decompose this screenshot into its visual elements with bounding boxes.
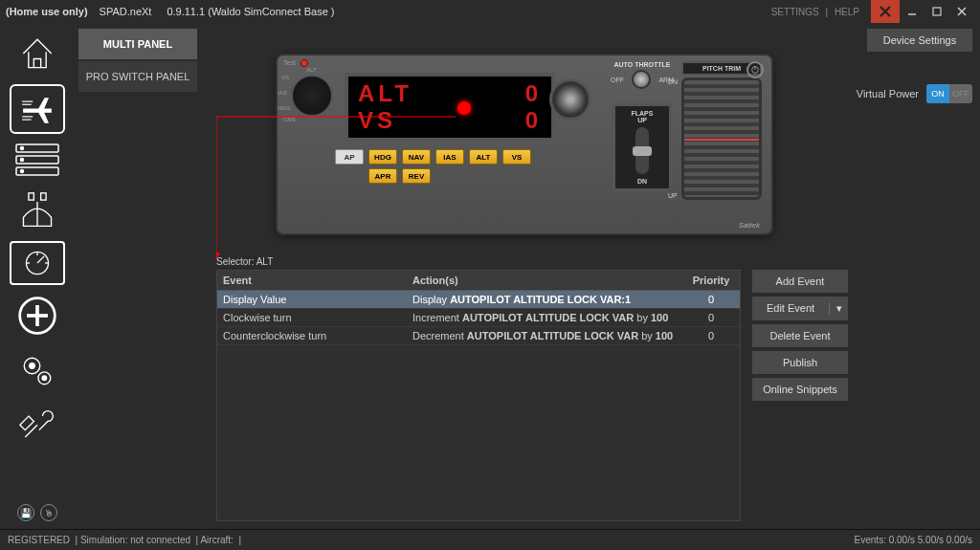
panel-tabs: MULTI PANEL PRO SWITCH PANEL: [78, 29, 197, 92]
svg-rect-13: [29, 193, 33, 200]
lcd-r1-right: 0: [525, 80, 542, 107]
publish-button[interactable]: Publish: [752, 351, 848, 374]
lcd-r2-right: 0: [525, 107, 542, 134]
registered-label: REGISTERED: [8, 535, 70, 545]
table-row[interactable]: Clockwise turnIncrement AUTOPILOT ALTITU…: [217, 309, 740, 327]
col-event[interactable]: Event: [217, 271, 407, 290]
add-event-button[interactable]: Add Event: [752, 270, 848, 293]
sel-hdg: HDG: [278, 105, 290, 111]
mouse-icon[interactable]: 🖱: [40, 504, 57, 521]
rev-button[interactable]: REV: [402, 168, 431, 184]
help-link[interactable]: HELP: [835, 7, 859, 17]
pitch-trim: PITCH TRIM DN UP: [681, 61, 762, 203]
sel-alt: ALT: [306, 67, 317, 73]
auto-throttle-switch[interactable]: [632, 70, 651, 89]
button-row-2: APR REV: [368, 168, 431, 184]
cockpit-icon[interactable]: [10, 186, 65, 235]
chevron-down-icon[interactable]: ▾: [829, 302, 848, 315]
apr-button[interactable]: APR: [368, 168, 397, 184]
svg-point-24: [30, 363, 35, 369]
cell-event: Clockwise turn: [217, 309, 407, 326]
sel-ias: IAS: [278, 90, 287, 96]
flaps-label: FLAPS: [632, 110, 654, 117]
ias-button[interactable]: IAS: [435, 149, 464, 165]
flaps-dn-label: DN: [637, 178, 647, 185]
maximize-button[interactable]: [924, 0, 949, 23]
cell-action: Decrement AUTOPILOT ALTITUDE LOCK VAR by…: [407, 327, 682, 344]
cell-event: Display Value: [217, 291, 407, 308]
cell-action: Display AUTOPILOT ALTITUDE LOCK VAR:1: [407, 291, 682, 308]
grid-header: Event Action(s) Priority: [217, 271, 740, 291]
online-snippets-button[interactable]: Online Snippets: [752, 378, 848, 401]
value-knob[interactable]: [549, 78, 591, 121]
hdg-button[interactable]: HDG: [368, 149, 397, 165]
pitch-trim-wheel[interactable]: [681, 77, 762, 200]
virtual-power-toggle[interactable]: ON OFF: [926, 84, 972, 103]
table-row[interactable]: Display ValueDisplay AUTOPILOT ALTITUDE …: [217, 291, 740, 309]
svg-rect-1: [933, 8, 941, 15]
cell-action: Increment AUTOPILOT ALTITUDE LOCK VAR by…: [407, 309, 682, 326]
left-sidebar: 💾 🖱: [0, 23, 75, 527]
cell-priority: 0: [682, 327, 740, 344]
virtual-power-label: Virtual Power: [857, 88, 919, 99]
version-profile: 0.9.11.1 (Waldo SimConnect Base ): [167, 6, 334, 17]
save-icon[interactable]: 💾: [17, 504, 34, 521]
events-grid: Event Action(s) Priority Display ValueDi…: [216, 270, 741, 521]
col-action[interactable]: Action(s): [407, 271, 682, 290]
flaps-switch[interactable]: FLAPS UP DN: [612, 103, 672, 191]
vs-button[interactable]: VS: [502, 149, 531, 165]
gauge-icon[interactable]: [10, 241, 65, 285]
svg-point-9: [21, 147, 24, 150]
lcd-display[interactable]: ALT0 VS0: [345, 73, 555, 142]
at-off-label: OFF: [611, 77, 624, 83]
edit-event-button[interactable]: Edit Event ▾: [752, 297, 848, 320]
svg-point-26: [42, 376, 47, 381]
home-icon[interactable]: [10, 29, 65, 78]
add-device-icon[interactable]: [10, 291, 65, 341]
pitch-dn-label: DN: [668, 78, 678, 85]
delete-event-button[interactable]: Delete Event: [752, 324, 848, 347]
nav-button[interactable]: NAV: [402, 149, 431, 165]
close-button[interactable]: [949, 0, 974, 23]
cell-priority: 0: [682, 291, 740, 308]
flaps-up-label: UP: [637, 117, 647, 123]
minimize-button[interactable]: [900, 0, 924, 23]
tab-pro-switch-panel[interactable]: PRO SWITCH PANEL: [78, 61, 197, 92]
settings-gears-icon[interactable]: [10, 346, 65, 396]
sel-crs: CRS: [283, 117, 296, 122]
settings-link[interactable]: SETTINGS: [771, 7, 819, 17]
mode-selector-knob[interactable]: ALT VS IAS HDG CRS: [291, 75, 333, 117]
button-row-1: AP HDG NAV IAS ALT VS: [335, 149, 531, 165]
tools-icon[interactable]: [10, 402, 65, 451]
selector-label: Selector: ALT: [216, 256, 273, 267]
status-led-icon: [301, 59, 308, 67]
aircraft-status: | Aircraft:: [196, 535, 234, 545]
power-icon[interactable]: [746, 61, 764, 78]
alt-button[interactable]: ALT: [469, 149, 498, 165]
event-actions: Add Event Edit Event ▾ Delete Event Publ…: [752, 270, 848, 401]
aircraft-icon[interactable]: [10, 84, 65, 134]
cell-event: Counterclockwise turn: [217, 327, 407, 344]
ap-button[interactable]: AP: [335, 149, 364, 165]
edit-event-label: Edit Event: [752, 302, 829, 315]
svg-line-16: [37, 256, 44, 263]
app-close-icon[interactable]: [871, 0, 900, 23]
device-settings-button[interactable]: Device Settings: [867, 29, 972, 52]
vp-off: OFF: [949, 84, 972, 103]
title-bar: (Home use only) SPAD.neXt 0.9.11.1 (Wald…: [0, 0, 980, 23]
lcd-r2-left: VS: [358, 107, 396, 134]
auto-throttle-label: AUTO THROTTLE: [611, 61, 674, 68]
tab-multi-panel[interactable]: MULTI PANEL: [78, 29, 197, 59]
col-priority[interactable]: Priority: [682, 271, 740, 290]
sel-vs: VS: [281, 75, 289, 80]
auto-throttle: AUTO THROTTLE OFF ARM: [611, 61, 674, 89]
svg-rect-14: [41, 193, 46, 200]
cell-priority: 0: [682, 309, 740, 326]
table-row[interactable]: Counterclockwise turnDecrement AUTOPILOT…: [217, 327, 740, 345]
events-rate: Events: 0.00/s 5.00/s 0.00/s: [855, 535, 972, 545]
brand-label: Saitek: [739, 221, 760, 230]
selection-dot-icon: [457, 101, 471, 115]
radio-panels-icon[interactable]: [10, 140, 65, 180]
svg-point-11: [21, 170, 24, 173]
sim-status: | Simulation: not connected: [76, 535, 190, 545]
